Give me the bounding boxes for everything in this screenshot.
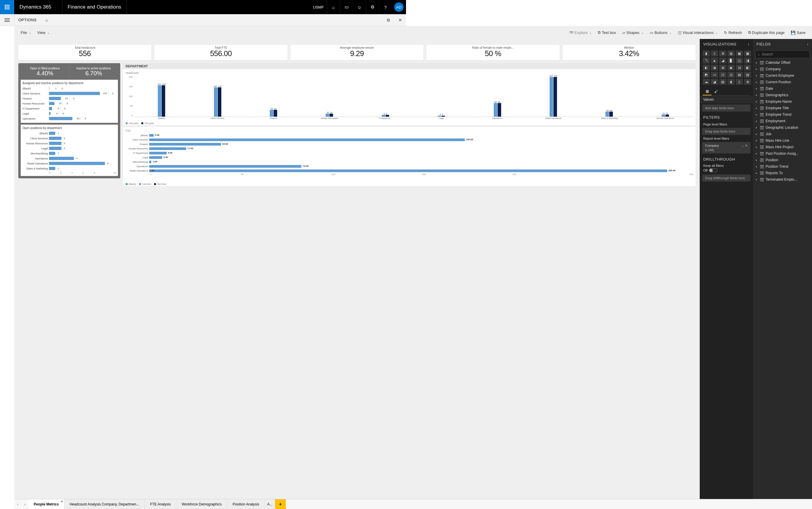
chart-row: IT Department80	[23, 106, 116, 111]
close-icon[interactable]: ✕	[394, 18, 406, 23]
help-icon[interactable]: ?	[379, 0, 392, 14]
chart-row: Legal6.00	[126, 155, 406, 160]
label: Open to filled positions	[21, 67, 69, 70]
chart-row: (Blank)10	[23, 86, 116, 91]
chart-row: Legal2	[23, 146, 116, 151]
secondary-bar: OPTIONS ⌕ ⧉ ✕	[0, 14, 406, 26]
bar-cluster: 143 143Client Services	[195, 76, 240, 116]
app-launcher-button[interactable]	[0, 0, 14, 14]
chart-row: IT Department8.00	[126, 151, 406, 155]
bar-cluster: 15 15Human Resources	[307, 76, 352, 116]
legend-item: (Blank)	[128, 183, 136, 185]
y-axis: 200150100500	[125, 76, 133, 117]
chart-row: Legal40	[23, 111, 116, 116]
label: Inactive to active positions	[69, 67, 118, 70]
settings-icon[interactable]: ⚙	[366, 0, 379, 14]
assigned-inactive-chart[interactable]: Assigned and inactive positions by depar…	[21, 80, 118, 123]
company-code[interactable]: USMF	[310, 5, 327, 9]
panel-title: DEPARTMENT	[123, 63, 406, 69]
open-positions-chart[interactable]: Open positions by department (Blank)1Cli…	[21, 125, 118, 176]
kpi-card[interactable]: Average employee tenure9.29	[290, 45, 406, 60]
chart-row: Human Resources2	[23, 141, 116, 146]
messages-icon[interactable]: ▭	[340, 0, 353, 14]
headcount-chart[interactable]: Headcount 200150100500 153 153(Blank)143…	[123, 69, 406, 125]
chart-row: Merchandising1.00	[126, 160, 406, 164]
chart-legend: Last year This year	[126, 122, 154, 125]
report-canvas: Total headcount556 Total FTE556.00 Avera…	[14, 39, 406, 254]
kpi-value: 9.29	[290, 49, 406, 58]
nav-hamburger-button[interactable]	[0, 14, 14, 26]
popout-icon[interactable]: ⧉	[382, 18, 394, 23]
user-avatar[interactable]: AD	[394, 2, 404, 12]
chart-row: Operations660	[23, 116, 116, 121]
chart-subtitle: FTE	[126, 129, 406, 132]
view-menu[interactable]: View⌄	[35, 30, 52, 35]
kpi-card[interactable]: Total headcount556	[18, 45, 151, 60]
report-toolbar: File⌄ View⌄ 🗺Explore⌄ ⧉Text box ▱Shapes⌄…	[14, 26, 406, 39]
chart-row: Sales & Marketing1	[23, 166, 116, 171]
kpi-title: Total FTE	[154, 46, 287, 49]
chart-subtitle: Headcount	[126, 71, 406, 74]
chart-title: Open positions by department	[23, 126, 116, 130]
x-axis: 050100150200250	[150, 173, 406, 176]
legend-item: Full-time	[142, 183, 151, 185]
legend-item: This year	[144, 122, 154, 125]
chart-row: Client Services1430	[23, 91, 116, 96]
chart-row: (Blank)2.00	[126, 133, 406, 138]
x-axis: 0246810	[49, 172, 116, 174]
chevron-down-icon: ⌄	[29, 31, 31, 34]
brand-label: Dynamics 365	[20, 4, 52, 10]
chevron-down-icon: ⌄	[47, 31, 50, 34]
chart-row: Client Services2	[23, 136, 116, 141]
options-button[interactable]: OPTIONS	[14, 18, 41, 22]
legend-item: Part-time	[157, 183, 166, 185]
legend-item: Last year	[128, 122, 138, 125]
chart-row: Retail Operations9	[23, 161, 116, 166]
kpi-row: Total headcount556 Total FTE556.00 Avera…	[18, 45, 406, 60]
kpi-value: 556.00	[154, 49, 287, 58]
file-menu[interactable]: File⌄	[18, 30, 33, 35]
chart-row: Client Services145.00	[126, 138, 406, 142]
chart-title: Assigned and inactive positions by depar…	[23, 81, 116, 85]
feedback-icon[interactable]: ☺	[353, 0, 366, 14]
search-icon[interactable]: ⌕	[41, 18, 53, 23]
chart-row: Operations4	[23, 156, 116, 161]
brand-dropdown[interactable]: Dynamics 365 ⌄	[14, 0, 62, 14]
chart-row: Operations70.00	[126, 164, 406, 169]
value: 4.40%	[21, 70, 69, 77]
chart-row: Merchandising1	[23, 151, 116, 156]
kpi-title: Average employee tenure	[290, 46, 406, 49]
bar-cluster: 33 33Finance	[251, 76, 296, 116]
bar-cluster: 8 8IT Departme...	[363, 76, 406, 116]
chart-row: Human Resources17.00	[126, 146, 406, 151]
chevron-down-icon: ⌄	[54, 6, 57, 9]
positions-panel[interactable]: Open to filled positions4.40% Inactive t…	[18, 63, 120, 178]
chart-row: (Blank)1	[23, 131, 116, 136]
open-filled-card: Open to filled positions4.40%	[21, 66, 69, 78]
fte-chart[interactable]: FTE (Blank)2.00Client Services145.00Fina…	[123, 127, 406, 186]
chart-row: Human Resources150	[23, 101, 116, 106]
chart-row: Finance33.00	[126, 142, 406, 146]
search-icon[interactable]: ⌕	[327, 0, 340, 14]
kpi-value: 556	[18, 49, 151, 58]
inactive-active-card: Inactive to active positions6.70%	[69, 66, 118, 78]
kpi-title: Total headcount	[18, 46, 151, 49]
module-title: Finance and Operations	[62, 0, 127, 14]
chart-row: Retail Operations1.00238.00	[126, 169, 406, 173]
waffle-icon	[5, 5, 9, 9]
department-panel: DEPARTMENT Headcount 200150100500 153 15…	[123, 63, 406, 186]
positions-ratio-row: Open to filled positions4.40% Inactive t…	[21, 66, 118, 78]
bar-cluster: 153 153(Blank)	[139, 76, 184, 116]
global-header: Dynamics 365 ⌄ Finance and Operations US…	[0, 0, 406, 14]
chart-legend: (Blank) Full-time Part-time	[126, 183, 166, 185]
chart-row: Finance330	[23, 96, 116, 101]
file-label: File	[21, 30, 27, 35]
kpi-card[interactable]: Total FTE556.00	[154, 45, 287, 60]
value: 6.70%	[69, 70, 118, 77]
view-label: View	[37, 30, 45, 35]
main-area: File⌄ View⌄ 🗺Explore⌄ ⧉Text box ▱Shapes⌄…	[14, 26, 406, 254]
